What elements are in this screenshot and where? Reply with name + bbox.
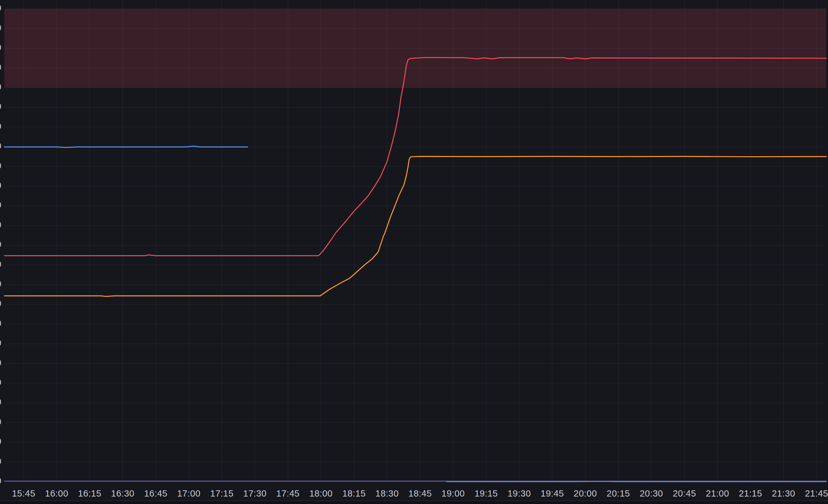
series-orange-line[interactable]	[4, 156, 826, 296]
panel-bottom-edge	[0, 501, 828, 504]
y-axis-tick-label: 0	[0, 220, 1, 230]
x-axis-tick-label: 18:30	[375, 489, 399, 499]
y-axis-tick-label: 0	[0, 43, 1, 52]
y-axis-tick-label: 0	[0, 358, 1, 368]
x-axis-tick-label: 21:45	[805, 489, 828, 499]
y-axis-tick-label: 0	[0, 240, 1, 250]
grafana-timeseries-panel: 0000000000000000000000000 15:4516:0016:1…	[0, 0, 828, 504]
x-axis-tick-label: 21:15	[739, 489, 762, 499]
x-axis-tick-label: 18:15	[342, 489, 366, 499]
x-axis-tick-label: 19:15	[474, 489, 498, 499]
x-axis-tick-label: 18:45	[408, 489, 432, 499]
y-axis-tick-label: 0	[0, 279, 1, 289]
x-axis-tick-label: 17:00	[177, 489, 201, 499]
y-axis-tick-label: 0	[0, 161, 1, 171]
x-axis-tick-label: 20:45	[673, 489, 696, 499]
x-axis-tick-label: 16:30	[111, 489, 134, 499]
y-axis-tick-label: 0	[0, 319, 1, 328]
y-axis-tick-label: 0	[0, 417, 1, 427]
x-axis-tick-label: 19:30	[507, 489, 531, 499]
x-axis-tick-label: 16:45	[144, 489, 168, 499]
y-axis-tick-label: 0	[0, 201, 1, 210]
y-axis-tick-label: 0	[0, 141, 1, 151]
y-axis-tick-label: 0	[0, 260, 1, 269]
x-axis-tick-label: 21:30	[772, 489, 795, 499]
x-axis-tick-label: 20:00	[574, 489, 597, 499]
y-axis-tick-label: 0	[0, 457, 1, 466]
x-axis-tick-label: 17:30	[243, 489, 267, 499]
x-axis-tick-label: 18:00	[309, 489, 333, 499]
y-axis-tick-label: 0	[0, 63, 1, 72]
y-axis-tick-label: 0	[0, 4, 1, 13]
x-axis-tick-label: 19:00	[441, 489, 465, 499]
x-axis-tick-label: 21:00	[706, 489, 729, 499]
y-axis-tick-label: 0	[0, 299, 1, 309]
series-blue-line[interactable]	[4, 146, 247, 147]
x-axis-tick-label: 20:15	[607, 489, 630, 499]
x-axis-tick-label: 17:15	[210, 489, 234, 499]
y-axis-tick-label: 0	[0, 437, 1, 447]
timeseries-chart[interactable]	[0, 0, 828, 504]
y-axis-tick-label: 0	[0, 122, 1, 131]
x-axis-tick-label: 20:30	[639, 489, 663, 499]
y-axis-tick-label: 0	[0, 181, 1, 191]
x-axis-tick-label: 17:45	[276, 489, 300, 499]
y-axis-tick-label: 0	[0, 102, 1, 112]
y-axis-tick-label: 0	[0, 378, 1, 387]
y-axis-tick-label: 0	[0, 476, 1, 486]
x-axis-tick-label: 15:45	[12, 489, 35, 499]
series-blue-baseline-line[interactable]	[447, 481, 826, 481]
y-axis-tick-label: 0	[0, 398, 1, 407]
y-axis-tick-label: 0	[0, 82, 1, 92]
x-axis-tick-label: 19:45	[540, 489, 564, 499]
x-axis-tick-label: 16:00	[45, 489, 68, 499]
y-axis-tick-label: 0	[0, 23, 1, 33]
y-axis-tick-label: 0	[0, 338, 1, 348]
x-axis-tick-label: 16:15	[78, 489, 101, 499]
